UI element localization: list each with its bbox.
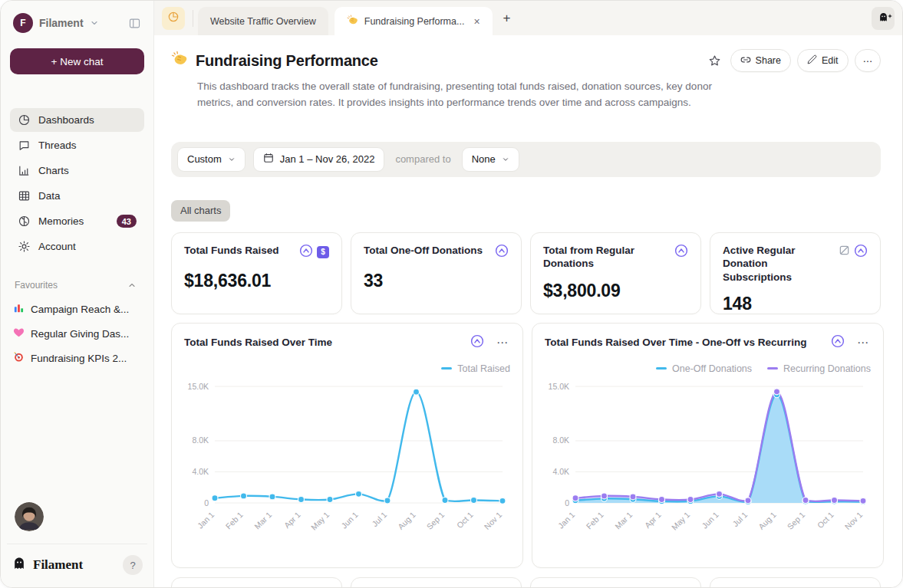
sidebar-item-dashboards[interactable]: Dashboards <box>10 108 144 132</box>
range-type-select[interactable]: Custom <box>177 147 246 172</box>
line-chart-total-funds: 04.0K8.0K15.0KJan 1Feb 1Mar 1Apr 1May 1J… <box>184 374 510 549</box>
gear-icon <box>18 240 31 253</box>
chevron-down-icon <box>228 156 236 163</box>
bottom-kpi-row: Total from Ticket Sales Donation Form Co… <box>171 577 881 587</box>
sidebar-item-label: Charts <box>38 165 69 176</box>
svg-text:Apr 1: Apr 1 <box>282 509 302 529</box>
bar-chart-icon <box>18 164 31 177</box>
favourite-item-label: Campaign Reach &... <box>31 304 129 315</box>
speech-bubble-icon <box>18 139 31 152</box>
favourite-item-regular-giving[interactable]: Regular Giving Das... <box>10 323 144 344</box>
kpi-title: Active Regular Donation Subscriptions <box>723 244 834 284</box>
new-chat-button[interactable]: + New chat <box>10 48 144 74</box>
tab-label: Fundraising Performa... <box>364 16 465 27</box>
kpi-title: Total One-Off Donations <box>364 244 490 258</box>
filament-logo: F <box>13 13 33 33</box>
dashboard-description: This dashboard tracks the overall state … <box>197 78 727 111</box>
sidebar-item-label: Threads <box>38 140 77 151</box>
chevron-down-icon <box>502 156 509 163</box>
sidebar-item-charts[interactable]: Charts <box>10 159 144 182</box>
star-icon[interactable] <box>705 51 724 71</box>
calendar-icon <box>263 153 274 166</box>
sidebar-nav: Dashboards Threads Charts Data <box>10 108 144 258</box>
kpi-value: 148 <box>723 294 868 314</box>
chart-card-oneoff-vs-recurring: Total Funds Raised Over Time - One-Off v… <box>532 323 884 568</box>
main-area: Website Traffic Overview Fundraising Per… <box>154 1 902 587</box>
svg-text:Feb 1: Feb 1 <box>223 509 245 531</box>
svg-text:Mar 1: Mar 1 <box>252 509 274 531</box>
legend-label: Total Raised <box>457 363 510 374</box>
chart-more-button[interactable]: ⋯ <box>855 335 871 350</box>
kpi-card-avg-donation-size: Avg Donation Size (All <box>710 577 881 587</box>
table-icon <box>18 189 31 202</box>
sidebar-item-threads[interactable]: Threads <box>10 133 144 157</box>
pie-chart-icon <box>18 113 31 126</box>
svg-text:0: 0 <box>565 498 569 507</box>
chevron-up-icon <box>127 281 137 290</box>
legend-dash <box>441 367 452 370</box>
svg-text:May 1: May 1 <box>670 509 692 531</box>
favourite-item-campaign-reach[interactable]: Campaign Reach &... <box>10 298 144 320</box>
chevron-down-icon[interactable] <box>90 18 99 28</box>
comparison-select[interactable]: None <box>462 147 519 172</box>
chart-more-button[interactable]: ⋯ <box>495 335 510 350</box>
favourite-item-label: Regular Giving Das... <box>31 328 129 340</box>
kpi-card-regular-donations: Total from Regular Donations $3,800.09 <box>530 232 701 314</box>
page-title: Fundraising Performance <box>196 52 378 70</box>
more-button[interactable]: ⋯ <box>855 49 882 72</box>
svg-text:0: 0 <box>204 498 209 507</box>
tab-divider <box>193 10 193 27</box>
heart-emoji <box>13 327 25 340</box>
chart-title: Total Funds Raised Over Time <box>184 336 460 350</box>
workspace-header: F Filament <box>10 13 144 33</box>
dashboards-home-button[interactable] <box>162 7 185 30</box>
clap-emoji <box>171 51 188 71</box>
legend-label: Recurring Donations <box>783 363 871 374</box>
kpi-card-total-funds-raised: Total Funds Raised $ $18,636.01 <box>171 232 342 314</box>
favourites-header[interactable]: Favourites <box>10 280 144 291</box>
kpi-title: Total Funds Raised <box>184 244 295 258</box>
date-range-picker[interactable]: Jan 1 – Nov 26, 2022 <box>253 147 385 172</box>
assistant-ghost-button[interactable] <box>872 7 895 30</box>
svg-text:8.0K: 8.0K <box>192 435 209 445</box>
sidebar-item-label: Memories <box>38 215 84 227</box>
favourite-item-fundraising-kpis[interactable]: Fundraising KPIs 2... <box>10 347 144 369</box>
sidebar: F Filament + New chat Dashboards <box>1 1 154 587</box>
edit-button[interactable]: Edit <box>797 49 849 72</box>
brain-icon <box>18 215 31 228</box>
sidebar-footer: Filament ? <box>10 555 144 575</box>
chart-row: Total Funds Raised Over Time ⋯ Total Rai… <box>171 323 881 568</box>
kpi-card-one-off-donations: Total One-Off Donations 33 <box>351 232 522 314</box>
help-button[interactable]: ? <box>123 555 143 575</box>
svg-text:Nov 1: Nov 1 <box>843 509 865 531</box>
svg-text:Sep 1: Sep 1 <box>786 509 807 531</box>
chart-legend: One-Off Donations Recurring Donations <box>545 363 871 374</box>
kpi-card-ticket-sales: Total from Ticket Sales <box>171 577 342 587</box>
close-icon[interactable]: × <box>470 16 480 27</box>
all-charts-chip[interactable]: All charts <box>171 200 230 222</box>
svg-text:Aug 1: Aug 1 <box>396 509 417 531</box>
svg-text:Aug 1: Aug 1 <box>756 509 778 531</box>
insight-icon <box>299 244 313 261</box>
insight-icon <box>495 244 509 261</box>
sparkle-icon <box>888 9 892 21</box>
collapse-sidebar-icon[interactable] <box>128 17 141 30</box>
kpi-title: Total from Regular Donations <box>543 244 670 271</box>
sidebar-item-memories[interactable]: Memories 43 <box>10 209 144 233</box>
svg-text:Nov 1: Nov 1 <box>483 509 504 531</box>
sidebar-item-data[interactable]: Data <box>10 184 144 208</box>
tab-fundraising-performance[interactable]: Fundraising Performa... × <box>335 7 493 35</box>
new-tab-button[interactable]: + <box>493 8 522 29</box>
svg-text:Jul 1: Jul 1 <box>730 509 749 527</box>
sidebar-item-label: Account <box>38 241 76 252</box>
chart-title: Total Funds Raised Over Time - One-Off v… <box>545 336 820 350</box>
tab-website-traffic[interactable]: Website Traffic Overview <box>198 7 328 35</box>
tab-label: Website Traffic Overview <box>210 16 316 27</box>
user-avatar[interactable] <box>15 502 44 531</box>
sidebar-item-label: Data <box>38 190 61 202</box>
clap-emoji <box>347 15 358 28</box>
svg-text:Jan 1: Jan 1 <box>556 509 577 530</box>
sidebar-item-account[interactable]: Account <box>10 235 144 258</box>
share-button[interactable]: Share <box>730 49 791 72</box>
legend-label: One-Off Donations <box>672 363 752 374</box>
